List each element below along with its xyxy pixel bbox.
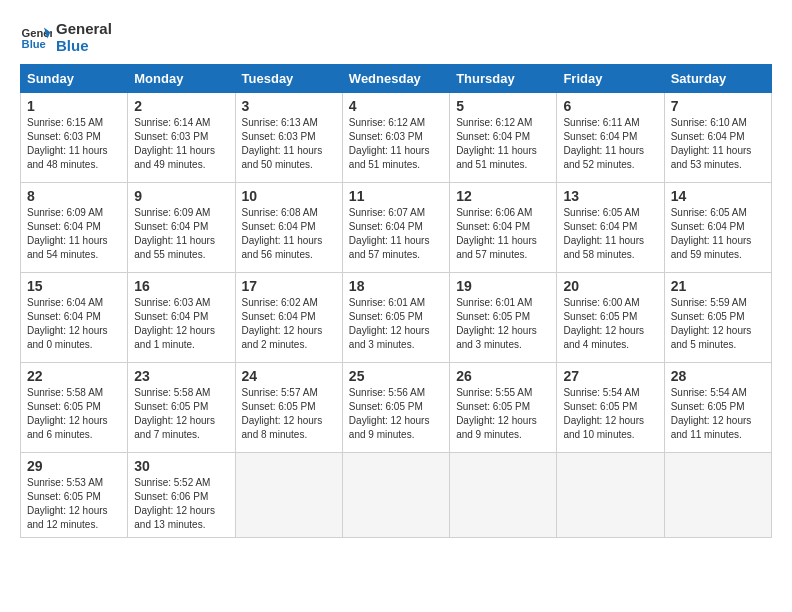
day-number: 11	[349, 188, 443, 204]
calendar-cell: 16Sunrise: 6:03 AMSunset: 6:04 PMDayligh…	[128, 273, 235, 363]
day-number: 28	[671, 368, 765, 384]
day-number: 17	[242, 278, 336, 294]
day-number: 13	[563, 188, 657, 204]
day-number: 15	[27, 278, 121, 294]
day-number: 21	[671, 278, 765, 294]
weekday-header-row: Sunday Monday Tuesday Wednesday Thursday…	[21, 65, 772, 93]
calendar-cell: 28Sunrise: 5:54 AMSunset: 6:05 PMDayligh…	[664, 363, 771, 453]
cell-info: Sunrise: 5:56 AMSunset: 6:05 PMDaylight:…	[349, 387, 430, 440]
calendar-cell: 27Sunrise: 5:54 AMSunset: 6:05 PMDayligh…	[557, 363, 664, 453]
calendar-cell: 29Sunrise: 5:53 AMSunset: 6:05 PMDayligh…	[21, 453, 128, 538]
calendar-cell	[557, 453, 664, 538]
cell-info: Sunrise: 6:13 AMSunset: 6:03 PMDaylight:…	[242, 117, 323, 170]
day-number: 8	[27, 188, 121, 204]
cell-info: Sunrise: 6:12 AMSunset: 6:03 PMDaylight:…	[349, 117, 430, 170]
calendar-cell: 11Sunrise: 6:07 AMSunset: 6:04 PMDayligh…	[342, 183, 449, 273]
calendar-cell: 5Sunrise: 6:12 AMSunset: 6:04 PMDaylight…	[450, 93, 557, 183]
day-number: 6	[563, 98, 657, 114]
day-number: 22	[27, 368, 121, 384]
cell-info: Sunrise: 6:09 AMSunset: 6:04 PMDaylight:…	[27, 207, 108, 260]
day-number: 20	[563, 278, 657, 294]
cell-info: Sunrise: 6:05 AMSunset: 6:04 PMDaylight:…	[671, 207, 752, 260]
header-saturday: Saturday	[664, 65, 771, 93]
cell-info: Sunrise: 6:07 AMSunset: 6:04 PMDaylight:…	[349, 207, 430, 260]
calendar-week-row: 8Sunrise: 6:09 AMSunset: 6:04 PMDaylight…	[21, 183, 772, 273]
calendar-cell: 19Sunrise: 6:01 AMSunset: 6:05 PMDayligh…	[450, 273, 557, 363]
day-number: 18	[349, 278, 443, 294]
day-number: 26	[456, 368, 550, 384]
calendar-cell: 18Sunrise: 6:01 AMSunset: 6:05 PMDayligh…	[342, 273, 449, 363]
header-wednesday: Wednesday	[342, 65, 449, 93]
day-number: 1	[27, 98, 121, 114]
logo-line2: Blue	[56, 37, 112, 54]
calendar-week-row: 15Sunrise: 6:04 AMSunset: 6:04 PMDayligh…	[21, 273, 772, 363]
day-number: 29	[27, 458, 121, 474]
day-number: 9	[134, 188, 228, 204]
calendar-cell: 9Sunrise: 6:09 AMSunset: 6:04 PMDaylight…	[128, 183, 235, 273]
cell-info: Sunrise: 6:08 AMSunset: 6:04 PMDaylight:…	[242, 207, 323, 260]
calendar-cell: 15Sunrise: 6:04 AMSunset: 6:04 PMDayligh…	[21, 273, 128, 363]
cell-info: Sunrise: 6:10 AMSunset: 6:04 PMDaylight:…	[671, 117, 752, 170]
header-tuesday: Tuesday	[235, 65, 342, 93]
calendar-cell: 3Sunrise: 6:13 AMSunset: 6:03 PMDaylight…	[235, 93, 342, 183]
calendar-cell: 26Sunrise: 5:55 AMSunset: 6:05 PMDayligh…	[450, 363, 557, 453]
calendar-cell: 13Sunrise: 6:05 AMSunset: 6:04 PMDayligh…	[557, 183, 664, 273]
calendar-cell: 1Sunrise: 6:15 AMSunset: 6:03 PMDaylight…	[21, 93, 128, 183]
calendar-cell	[342, 453, 449, 538]
day-number: 10	[242, 188, 336, 204]
cell-info: Sunrise: 6:00 AMSunset: 6:05 PMDaylight:…	[563, 297, 644, 350]
cell-info: Sunrise: 6:03 AMSunset: 6:04 PMDaylight:…	[134, 297, 215, 350]
cell-info: Sunrise: 5:54 AMSunset: 6:05 PMDaylight:…	[671, 387, 752, 440]
cell-info: Sunrise: 5:54 AMSunset: 6:05 PMDaylight:…	[563, 387, 644, 440]
cell-info: Sunrise: 6:04 AMSunset: 6:04 PMDaylight:…	[27, 297, 108, 350]
day-number: 27	[563, 368, 657, 384]
calendar-cell: 8Sunrise: 6:09 AMSunset: 6:04 PMDaylight…	[21, 183, 128, 273]
logo: General Blue General Blue	[20, 20, 112, 54]
calendar-cell: 21Sunrise: 5:59 AMSunset: 6:05 PMDayligh…	[664, 273, 771, 363]
header-thursday: Thursday	[450, 65, 557, 93]
header-monday: Monday	[128, 65, 235, 93]
header-sunday: Sunday	[21, 65, 128, 93]
calendar-cell: 4Sunrise: 6:12 AMSunset: 6:03 PMDaylight…	[342, 93, 449, 183]
calendar-cell: 14Sunrise: 6:05 AMSunset: 6:04 PMDayligh…	[664, 183, 771, 273]
cell-info: Sunrise: 6:05 AMSunset: 6:04 PMDaylight:…	[563, 207, 644, 260]
cell-info: Sunrise: 6:02 AMSunset: 6:04 PMDaylight:…	[242, 297, 323, 350]
calendar-cell: 20Sunrise: 6:00 AMSunset: 6:05 PMDayligh…	[557, 273, 664, 363]
day-number: 5	[456, 98, 550, 114]
calendar-cell	[450, 453, 557, 538]
cell-info: Sunrise: 6:06 AMSunset: 6:04 PMDaylight:…	[456, 207, 537, 260]
day-number: 25	[349, 368, 443, 384]
svg-text:Blue: Blue	[22, 38, 46, 50]
day-number: 14	[671, 188, 765, 204]
calendar-cell: 7Sunrise: 6:10 AMSunset: 6:04 PMDaylight…	[664, 93, 771, 183]
calendar-cell: 6Sunrise: 6:11 AMSunset: 6:04 PMDaylight…	[557, 93, 664, 183]
cell-info: Sunrise: 6:15 AMSunset: 6:03 PMDaylight:…	[27, 117, 108, 170]
cell-info: Sunrise: 6:12 AMSunset: 6:04 PMDaylight:…	[456, 117, 537, 170]
day-number: 19	[456, 278, 550, 294]
cell-info: Sunrise: 5:57 AMSunset: 6:05 PMDaylight:…	[242, 387, 323, 440]
day-number: 23	[134, 368, 228, 384]
day-number: 4	[349, 98, 443, 114]
calendar-cell	[235, 453, 342, 538]
day-number: 12	[456, 188, 550, 204]
cell-info: Sunrise: 6:11 AMSunset: 6:04 PMDaylight:…	[563, 117, 644, 170]
calendar-week-row: 22Sunrise: 5:58 AMSunset: 6:05 PMDayligh…	[21, 363, 772, 453]
logo-line1: General	[56, 20, 112, 37]
calendar-cell: 17Sunrise: 6:02 AMSunset: 6:04 PMDayligh…	[235, 273, 342, 363]
calendar-cell: 24Sunrise: 5:57 AMSunset: 6:05 PMDayligh…	[235, 363, 342, 453]
calendar-cell: 12Sunrise: 6:06 AMSunset: 6:04 PMDayligh…	[450, 183, 557, 273]
cell-info: Sunrise: 6:01 AMSunset: 6:05 PMDaylight:…	[349, 297, 430, 350]
day-number: 7	[671, 98, 765, 114]
day-number: 16	[134, 278, 228, 294]
calendar-cell: 25Sunrise: 5:56 AMSunset: 6:05 PMDayligh…	[342, 363, 449, 453]
calendar-cell: 22Sunrise: 5:58 AMSunset: 6:05 PMDayligh…	[21, 363, 128, 453]
day-number: 2	[134, 98, 228, 114]
cell-info: Sunrise: 5:52 AMSunset: 6:06 PMDaylight:…	[134, 477, 215, 530]
day-number: 30	[134, 458, 228, 474]
cell-info: Sunrise: 5:59 AMSunset: 6:05 PMDaylight:…	[671, 297, 752, 350]
calendar-cell: 2Sunrise: 6:14 AMSunset: 6:03 PMDaylight…	[128, 93, 235, 183]
calendar-cell: 23Sunrise: 5:58 AMSunset: 6:05 PMDayligh…	[128, 363, 235, 453]
calendar-week-row: 1Sunrise: 6:15 AMSunset: 6:03 PMDaylight…	[21, 93, 772, 183]
calendar-cell: 30Sunrise: 5:52 AMSunset: 6:06 PMDayligh…	[128, 453, 235, 538]
day-number: 3	[242, 98, 336, 114]
